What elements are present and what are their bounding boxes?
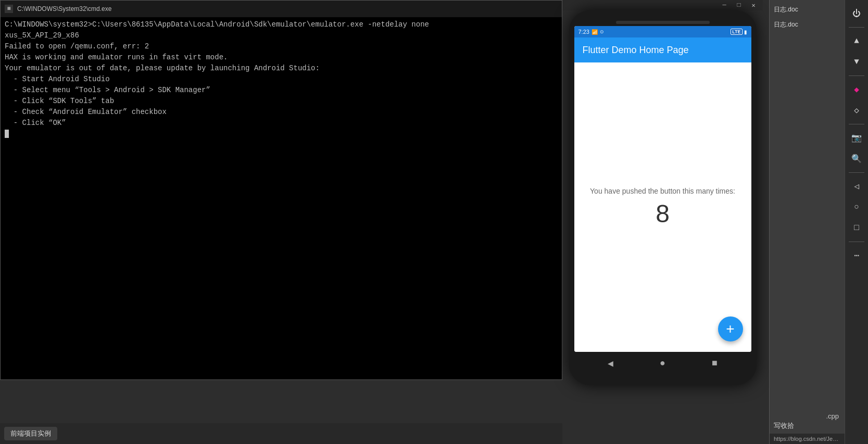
ev-recents-square-button[interactable]: □: [847, 219, 866, 237]
fab-button[interactable]: +: [718, 316, 743, 341]
file-item-0[interactable]: 日志.doc: [770, 2, 845, 17]
ev-divider-1: [849, 27, 864, 28]
ev-diamond-outline-button[interactable]: ◇: [847, 101, 866, 120]
cmd-line-8: - Check “Android Emulator” checkbox: [5, 107, 558, 118]
status-right: LTE ▮: [731, 29, 747, 35]
battery-indicator: ▮: [744, 29, 747, 35]
cmd-line-9: - Click “OK”: [5, 118, 558, 129]
phone-frame: 7:23 📶 ⊙ LTE ▮ Flutter Demo Home Page Yo…: [569, 10, 757, 385]
cmd-line-7: - Click “SDK Tools” tab: [5, 96, 558, 107]
phone-emulator-container: 7:23 📶 ⊙ LTE ▮ Flutter Demo Home Page Yo…: [562, 0, 763, 396]
cmd-line-1: xus_5X_API_29_x86: [5, 30, 558, 41]
nav-back-button[interactable]: ◀: [608, 358, 613, 369]
ev-divider-2: [849, 75, 864, 76]
phone-content: You have pushed the button this many tim…: [574, 62, 751, 352]
cmd-body: C:\WINDOWS\system32>C:\Users\86135\AppDa…: [1, 17, 562, 379]
cmd-line-5: - Start Android Studio: [5, 74, 558, 85]
ev-home-circle-button[interactable]: ○: [847, 198, 866, 217]
phone-notch: [616, 21, 710, 24]
status-time: 7:23: [578, 29, 589, 35]
right-panel-top: 日志.doc 日志.doc: [770, 0, 845, 271]
ev-volume-down-button[interactable]: ▼: [847, 53, 866, 71]
cmd-line-0: C:\WINDOWS\system32>C:\Users\86135\AppDa…: [5, 19, 558, 30]
cmd-titlebar: ■ C:\WINDOWS\System32\cmd.exe: [1, 1, 562, 17]
lte-badge: LTE: [731, 29, 742, 35]
ev-diamond-button[interactable]: ◆: [847, 80, 866, 99]
ev-more-button[interactable]: ⋯: [847, 246, 866, 265]
ev-zoom-button[interactable]: 🔍: [847, 149, 866, 168]
cmd-line-3: HAX is working and emulator runs in fast…: [5, 52, 558, 63]
wifi-icon: ⊙: [600, 29, 604, 34]
cpp-label[interactable]: .cpp: [822, 409, 843, 423]
phone-appbar: Flutter Demo Home Page: [574, 37, 751, 62]
ev-back-button[interactable]: ◁: [847, 177, 866, 196]
ev-divider-4: [849, 172, 864, 173]
ev-divider-5: [849, 242, 864, 242]
ev-power-button[interactable]: ⏻: [847, 4, 866, 23]
right-panel: 日志.doc 日志.doc 写收拾 https://blog.csdn.net/…: [769, 0, 845, 444]
status-left: 7:23 📶 ⊙: [578, 29, 604, 35]
cmd-title: C:\WINDOWS\System32\cmd.exe: [17, 5, 111, 12]
phone-screen: 7:23 📶 ⊙ LTE ▮ Flutter Demo Home Page Yo…: [574, 26, 751, 352]
file-item-1[interactable]: 日志.doc: [770, 17, 845, 32]
cmd-icon: ■: [5, 5, 13, 13]
ev-camera-button[interactable]: 📷: [847, 129, 866, 147]
ev-divider-3: [849, 124, 864, 124]
cmd-line-2: Failed to open /qemu.conf, err: 2: [5, 41, 558, 52]
cmd-line-6: - Select menu “Tools > Android > SDK Man…: [5, 85, 558, 96]
sim-icon: 📶: [592, 29, 598, 35]
cmd-window[interactable]: ■ C:\WINDOWS\System32\cmd.exe C:\WINDOWS…: [0, 0, 562, 380]
cmd-cursor-line: [5, 129, 558, 139]
phone-status-bar: 7:23 📶 ⊙ LTE ▮: [574, 26, 751, 37]
ev-sidebar: ⏻ ▲ ▼ ◆ ◇ 📷 🔍 ◁ ○ □ ⋯: [845, 0, 868, 444]
phone-navbar: ◀ ● ■: [574, 352, 751, 375]
appbar-title: Flutter Demo Home Page: [583, 45, 689, 56]
taskbar: 前端项目实例: [0, 423, 562, 444]
nav-home-button[interactable]: ●: [660, 358, 665, 369]
url-bar: https://blog.csdn.net/Jessieeeeeee: [770, 434, 845, 444]
taskbar-item-frontend[interactable]: 前端项目实例: [4, 427, 57, 440]
ev-volume-up-button[interactable]: ▲: [847, 32, 866, 50]
counter-value: 8: [656, 199, 670, 228]
nav-recents-button[interactable]: ■: [712, 358, 718, 369]
counter-label: You have pushed the button this many tim…: [590, 187, 735, 195]
cmd-line-4: Your emulator is out of date, please upd…: [5, 63, 558, 74]
file-list: 日志.doc 日志.doc: [770, 0, 845, 34]
